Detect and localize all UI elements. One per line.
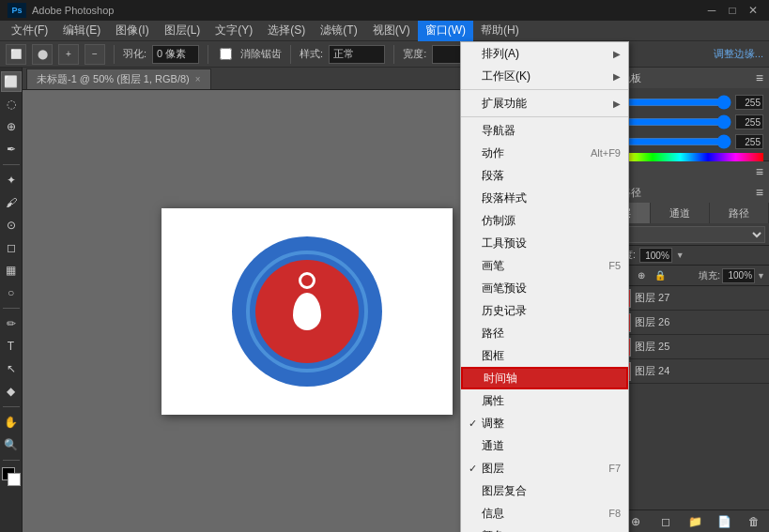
color-panel-menu-icon[interactable]: ≡ (756, 70, 763, 85)
add-style-btn[interactable]: ⊕ (627, 513, 644, 530)
menu-brush[interactable]: 画笔 F5 (461, 254, 628, 277)
menu-layers[interactable]: ✓ 图层 F7 (461, 457, 628, 479)
main-area: ⬜ ◌ ⊕ ✒ ✦ 🖌 ⊙ ◻ ▦ ○ ✏ T ↖ ◆ ✋ 🔍 未标题-1 @ … (0, 68, 769, 532)
tool-brush[interactable]: 🖌 (1, 192, 22, 213)
icon-circle-top (299, 272, 315, 289)
styles-menu-icon[interactable]: ≡ (756, 164, 763, 179)
tool-zoom[interactable]: 🔍 (1, 434, 22, 455)
add-mask-btn[interactable]: ◻ (657, 513, 674, 530)
menu-type[interactable]: 文字(Y) (208, 21, 260, 41)
ps-logo: Ps (8, 3, 26, 18)
marquee-ellipse-btn[interactable]: ⬤ (32, 44, 53, 65)
tool-eyedropper[interactable]: ✒ (1, 139, 22, 160)
menu-paragraph-style[interactable]: 段落样式 (461, 187, 628, 209)
color-swatches[interactable] (2, 467, 21, 486)
label-paragraph: 段落 (482, 168, 621, 184)
tool-hand[interactable]: ✋ (1, 412, 22, 433)
title-bar-left: Ps Adobe Photoshop (8, 3, 114, 18)
menu-clone-source[interactable]: 仿制源 (461, 209, 628, 232)
marquee-sub-btn[interactable]: − (85, 44, 105, 65)
menu-workspace[interactable]: 工作区(K) ▶ (461, 65, 628, 87)
lock-all-btn[interactable]: 🔒 (652, 267, 669, 284)
doc-tab-close[interactable]: × (195, 74, 201, 84)
fill-chevron-icon[interactable]: ▼ (757, 271, 765, 281)
label-arrange: 排列(A) (482, 46, 613, 62)
tab-paths[interactable]: 路径 (710, 203, 769, 223)
doc-tab[interactable]: 未标题-1 @ 50% (图层 1, RGB/8) × (26, 68, 211, 89)
menu-channels[interactable]: 通道 (461, 434, 628, 457)
tool-sep2 (3, 308, 20, 309)
label-layers: 图层 (482, 461, 608, 477)
delete-layer-btn[interactable]: 🗑 (746, 513, 762, 530)
menu-paragraph[interactable]: 段落 (461, 164, 628, 187)
menu-layer[interactable]: 图层(L) (157, 21, 208, 41)
menu-navigator[interactable]: 导航器 (461, 119, 628, 142)
tool-dodge[interactable]: ○ (1, 282, 22, 303)
menu-frame[interactable]: 图框 (461, 344, 628, 367)
feather-input[interactable] (152, 45, 199, 64)
label-brush-presets: 画笔预设 (482, 281, 621, 296)
label-adjustments: 调整 (482, 416, 621, 432)
tool-clone[interactable]: ⊙ (1, 215, 22, 236)
menu-edit[interactable]: 编辑(E) (55, 21, 108, 41)
tool-gradient[interactable]: ▦ (1, 260, 22, 281)
menu-image[interactable]: 图像(I) (108, 21, 156, 41)
tool-marquee[interactable]: ⬜ (1, 71, 22, 92)
label-paragraph-style: 段落样式 (482, 190, 621, 206)
marquee-add-btn[interactable]: + (58, 44, 79, 65)
menu-filter[interactable]: 滤镜(T) (313, 21, 364, 41)
add-layer-btn[interactable]: 📄 (716, 513, 733, 530)
menu-extensions[interactable]: 扩展功能 ▶ (461, 92, 628, 114)
antialias-label: 消除锯齿 (240, 47, 282, 61)
label-extensions: 扩展功能 (482, 96, 613, 112)
menu-help[interactable]: 帮助(H) (473, 21, 527, 41)
menu-info[interactable]: 信息 F8 (461, 502, 628, 524)
menu-brush-presets[interactable]: 画笔预设 (461, 277, 628, 299)
menu-color[interactable]: ✓ 颜色 F6 (461, 524, 628, 532)
menu-select[interactable]: 选择(S) (260, 21, 313, 41)
lock-move-btn[interactable]: ⊕ (633, 267, 650, 284)
adjust-edge-btn[interactable]: 调整边缘... (714, 47, 763, 61)
tool-lasso[interactable]: ◌ (1, 94, 22, 114)
menu-actions[interactable]: 动作 Alt+F9 (461, 142, 628, 164)
shortcut-actions: Alt+F9 (591, 147, 621, 159)
tool-shape[interactable]: ◆ (1, 381, 22, 402)
arrow-workspace: ▶ (613, 71, 621, 82)
menu-file[interactable]: 文件(F) (4, 21, 55, 41)
menu-view[interactable]: 视图(V) (365, 21, 418, 41)
add-group-btn[interactable]: 📁 (686, 513, 703, 530)
channels-menu-icon[interactable]: ≡ (756, 185, 763, 200)
label-clone-source: 仿制源 (482, 213, 621, 229)
label-navigator: 导航器 (482, 123, 621, 139)
menu-arrange[interactable]: 排列(A) ▶ (461, 42, 628, 65)
arrow-extensions: ▶ (613, 99, 621, 109)
tool-crop[interactable]: ⊕ (1, 116, 22, 137)
label-layer-comps: 图层复合 (482, 483, 621, 499)
tab-channels[interactable]: 通道 (651, 203, 710, 223)
menu-paths[interactable]: 路径 (461, 322, 628, 344)
opacity-chevron-icon[interactable]: ▼ (676, 251, 684, 260)
tool-type[interactable]: T (1, 336, 22, 357)
menu-window[interactable]: 窗口(W) (418, 21, 473, 41)
style-input[interactable] (329, 45, 385, 64)
menu-tool-presets[interactable]: 工具预设 (461, 232, 628, 254)
tool-heal[interactable]: ✦ (1, 170, 22, 190)
marquee-rect-btn[interactable]: ⬜ (6, 44, 26, 65)
title-bar: Ps Adobe Photoshop ─ □ ✕ (0, 0, 769, 21)
minimize-button[interactable]: ─ (703, 3, 720, 18)
antialias-checkbox[interactable] (220, 48, 232, 60)
tool-pen[interactable]: ✏ (1, 313, 22, 334)
tool-path-select[interactable]: ↖ (1, 358, 22, 379)
icon-drop (293, 293, 321, 330)
menu-history[interactable]: 历史记录 (461, 299, 628, 322)
menu-layer-comps[interactable]: 图层复合 (461, 479, 628, 502)
tool-sep1 (3, 164, 20, 165)
label-brush: 画笔 (482, 258, 608, 274)
menu-timeline[interactable]: 时间轴 (461, 367, 628, 389)
tool-eraser[interactable]: ◻ (1, 237, 22, 258)
menu-adjustments[interactable]: ✓ 调整 (461, 412, 628, 434)
doc-tab-name: 未标题-1 @ 50% (图层 1, RGB/8) (37, 72, 190, 86)
maximize-button[interactable]: □ (724, 3, 741, 18)
menu-properties[interactable]: 属性 (461, 389, 628, 412)
close-button[interactable]: ✕ (745, 3, 761, 18)
